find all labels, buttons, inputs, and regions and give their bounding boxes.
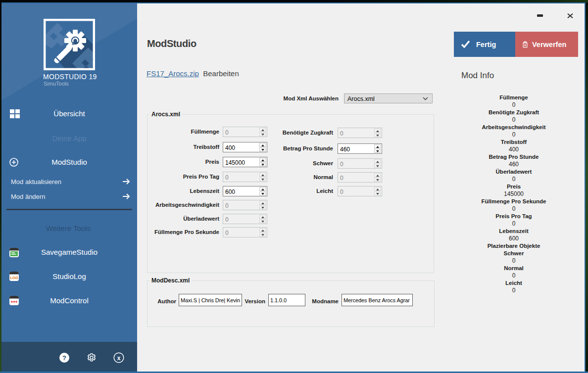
- svg-text:x: x: [117, 355, 121, 362]
- svg-text:LOG: LOG: [10, 276, 18, 280]
- svg-text:?: ?: [62, 354, 66, 362]
